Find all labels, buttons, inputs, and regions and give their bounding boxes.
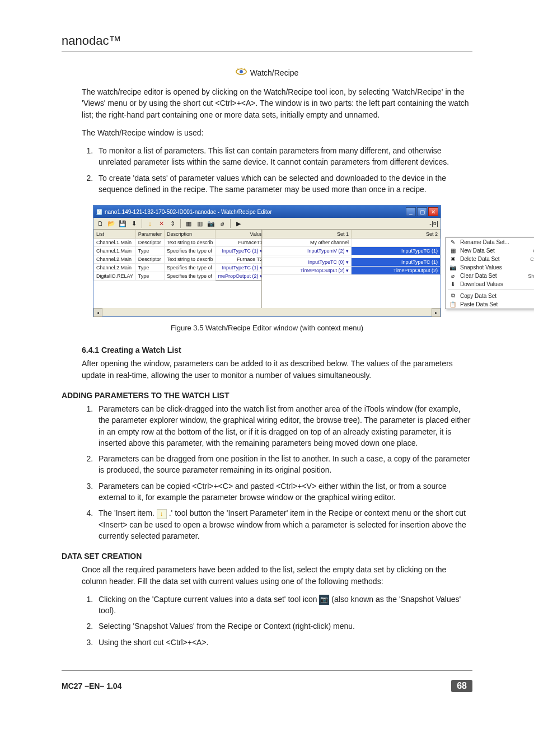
ctx-copy-data-set[interactable]: ⧉ Copy Data Set Ctrl+C — [446, 291, 534, 300]
window-hscrollbar[interactable]: ◂ ▸ — [93, 308, 441, 316]
product-name: nanodac™ — [62, 34, 472, 48]
table-row[interactable]: DigitalIO.RELAY Type Specifies the type … — [94, 272, 263, 281]
table-row[interactable]: Channel.2.Main Descriptor Text string to… — [94, 255, 263, 264]
footer-page-number: 68 — [451, 680, 472, 692]
footer-rule — [62, 670, 472, 671]
table-row[interactable]: InputTypemV (2) ▾ InputTypeTC (1) — [263, 247, 441, 255]
watch-recipe-heading: Watch/Recipe — [62, 68, 472, 77]
col-set2[interactable]: Set 2 — [352, 230, 441, 239]
table-row[interactable]: Channel.2.Main Type Specifies the type o… — [94, 264, 263, 272]
table-row[interactable]: Channel.1.Main Descriptor Text string to… — [94, 239, 263, 247]
ctx-paste-data-set[interactable]: 📋 Paste Data Set Ctrl+V — [446, 300, 534, 309]
cell-list: Channel.2.Main — [94, 255, 136, 264]
scroll-right-button[interactable]: ▸ — [432, 308, 441, 317]
ctx-delete-data-set[interactable]: ✖ Delete Data Set Ctrl+Del — [446, 255, 534, 263]
cell — [352, 239, 441, 247]
adding-item-2: Parameters can be dragged from one posit… — [95, 453, 472, 476]
cell-list: Channel.2.Main — [94, 264, 136, 272]
scroll-left-button[interactable]: ◂ — [93, 308, 102, 317]
toolbar-clear-icon[interactable]: ⌀ — [218, 219, 227, 228]
cell-desc: Text string to describ — [164, 255, 216, 264]
download-icon: ⬇ — [449, 281, 457, 287]
cell[interactable]: InputTypeTC (0) ▾ — [263, 258, 352, 267]
cell-list: DigitalIO.RELAY — [94, 272, 136, 281]
ctx-download-values[interactable]: ⬇ Download Values Ctrl+D — [446, 280, 534, 288]
dataset-intro: Once all the required parameters have be… — [82, 564, 472, 587]
ctx-label: Snapshot Values — [460, 264, 531, 270]
toolbar-download-icon[interactable]: ⬇ — [129, 219, 138, 228]
adding-item-1: Parameters can be click-dragged into the… — [95, 403, 472, 449]
window-body: List Parameter Description Value Channel… — [93, 230, 441, 308]
col-list[interactable]: List — [94, 230, 136, 239]
toolbar-insert-icon[interactable]: ↓ — [146, 219, 154, 228]
cell-value[interactable]: mePropOutput (2) ▾ — [216, 272, 262, 281]
toolbar-pin-icon[interactable]: -|¤| — [429, 219, 438, 228]
cell[interactable]: TimePropOutput (2) — [352, 267, 441, 275]
ctx-clear-data-set[interactable]: ⌀ Clear Data Set Shift+Del — [446, 272, 534, 280]
figure-wrap: 🧾 nano1.149-121-132-170-502-ID001-nanoda… — [62, 205, 472, 317]
dataset-item-1: Clicking on the 'Capture current values … — [95, 594, 472, 617]
adding-item-4-pre: The 'Insert item. — [99, 508, 157, 517]
ctx-label: Download Values — [460, 281, 531, 287]
table-header-row: Set 1 Set 2 — [263, 230, 441, 239]
toolbar-play-icon[interactable]: ▶ — [234, 219, 243, 228]
ctx-snapshot-values[interactable]: 📷 Snapshot Values Ctrl+A — [446, 263, 534, 272]
paste-icon: 📋 — [449, 301, 457, 307]
dataset-panel: Set 1 Set 2 My other channel InputTypemV… — [262, 230, 441, 308]
cell-desc: Text string to describ — [164, 239, 216, 247]
cell-desc: Specifies the type of — [164, 247, 216, 255]
cell-desc: Specifies the type of — [164, 264, 216, 272]
cell[interactable]: TimePropOutput (2) ▾ — [263, 267, 352, 275]
dataset-table: Set 1 Set 2 My other channel InputTypemV… — [262, 230, 441, 275]
cell-value[interactable]: InputTypeTC (1) ▾ — [216, 247, 262, 255]
window-close-button[interactable]: ✕ — [428, 207, 438, 216]
col-value[interactable]: Value — [216, 230, 262, 239]
cell-list: Channel.1.Main — [94, 247, 136, 255]
toolbar-spinner-icon[interactable]: ⇕ — [168, 219, 177, 228]
cell-desc: Specifies the type of — [164, 272, 216, 281]
ctx-new-data-set[interactable]: ▦ New Data Set Ctrl+W — [446, 246, 534, 255]
window-maximize-button[interactable]: ▢ — [417, 207, 427, 216]
page-footer: MC27 –EN– 1.04 68 — [62, 675, 472, 694]
window-app-icon: 🧾 — [96, 209, 102, 215]
table-row[interactable]: My other channel — [263, 239, 441, 247]
dataset-list: Clicking on the 'Capture current values … — [62, 594, 472, 648]
col-desc[interactable]: Description — [164, 230, 216, 239]
toolbar-delset-icon[interactable]: ▥ — [195, 219, 204, 228]
cell-param: Type — [135, 264, 164, 272]
table-row[interactable]: Channel.1.Main Type Specifies the type o… — [94, 247, 263, 255]
dataset-item-2: Selecting 'Snapshot Values' from the Rec… — [95, 620, 472, 632]
toolbar-delete-icon[interactable]: ✕ — [157, 219, 166, 228]
cell-param: Descriptor — [135, 255, 164, 264]
ctx-label: Paste Data Set — [460, 301, 531, 307]
window-minimize-button[interactable]: _ — [406, 207, 416, 216]
watch-list-table: List Parameter Description Value Channel… — [93, 230, 262, 281]
intro-para-2: The Watch/Recipe window is used: — [82, 127, 472, 138]
cell[interactable]: InputTypeTC (1) — [352, 258, 441, 267]
toolbar-snapshot-icon[interactable]: 📷 — [207, 219, 216, 228]
watch-recipe-label: Watch/Recipe — [250, 68, 299, 77]
camera-icon: 📷 — [319, 595, 329, 605]
footer-doc-id: MC27 –EN– 1.04 — [62, 682, 121, 690]
rename-icon: ✎ — [449, 239, 457, 245]
cell-value[interactable]: InputTypeTC (1) ▾ — [216, 264, 262, 272]
toolbar-new-icon[interactable]: 🗋 — [96, 219, 105, 228]
toolbar-newset-icon[interactable]: ▦ — [184, 219, 193, 228]
col-param[interactable]: Parameter — [135, 230, 164, 239]
dataset-item-1-pre: Clicking on the 'Capture current values … — [99, 595, 319, 604]
table-row[interactable]: InputTypeTC (0) ▾ InputTypeTC (1) — [263, 258, 441, 267]
editor-window: 🧾 nano1.149-121-132-170-502-ID001-nanoda… — [93, 205, 441, 317]
cell[interactable]: InputTypemV (2) ▾ — [263, 247, 352, 255]
ctx-separator — [448, 290, 534, 290]
cell-value: Furnace T2 — [216, 255, 262, 264]
table-row[interactable]: TimePropOutput (2) ▾ TimePropOutput (2) — [263, 267, 441, 275]
cell[interactable]: InputTypeTC (1) — [352, 247, 441, 255]
col-set1[interactable]: Set 1 — [263, 230, 352, 239]
toolbar-save-icon[interactable]: 💾 — [118, 219, 127, 228]
ctx-rename-data-set[interactable]: ✎ Rename Data Set... Ctrl+R — [446, 238, 534, 246]
s641-para: After opening the window, parameters can… — [82, 358, 472, 381]
toolbar-open-icon[interactable]: 📂 — [107, 219, 116, 228]
ctx-label: Copy Data Set — [460, 293, 531, 299]
heading-6-4-1: 6.4.1 Creating a Watch List — [82, 346, 472, 354]
figure-caption: Figure 3.5 Watch/Recipe Editor window (w… — [62, 324, 472, 332]
